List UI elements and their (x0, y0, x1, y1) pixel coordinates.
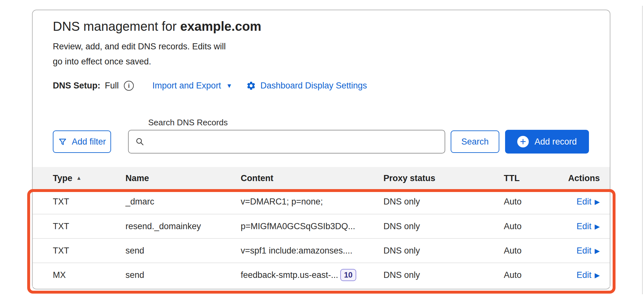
cell-actions: Edit ▶ (576, 221, 600, 231)
cell-ttl: Auto (504, 221, 565, 231)
cell-actions: Edit ▶ (576, 197, 600, 207)
table-header-row: Type ▲ Name Content Proxy status TTL Act… (33, 167, 610, 189)
dns-setup-label: DNS Setup: (53, 81, 101, 91)
cell-name: resend._domainkey (125, 221, 241, 231)
chevron-down-icon: ▼ (226, 83, 232, 89)
dns-records-table: Type ▲ Name Content Proxy status TTL Act… (33, 167, 610, 287)
cell-content: v=spf1 include:amazonses.... (241, 246, 383, 256)
subtitle-line-1: Review, add, and edit DNS records. Edits… (53, 39, 270, 54)
edit-link[interactable]: Edit ▶ (576, 270, 600, 280)
edit-arrow-icon: ▶ (595, 247, 600, 254)
edit-link[interactable]: Edit ▶ (576, 246, 600, 256)
column-header-ttl[interactable]: TTL (504, 173, 565, 183)
plus-icon: + (517, 136, 529, 147)
column-header-ttl-label: TTL (504, 173, 519, 183)
import-export-link[interactable]: Import and Export ▼ (152, 81, 232, 91)
column-header-content-label: Content (241, 173, 273, 183)
add-record-label: Add record (535, 137, 577, 147)
dashboard-display-settings-link[interactable]: Dashboard Display Settings (246, 81, 367, 91)
edit-link-label: Edit (576, 221, 592, 231)
dns-management-card: DNS management for example.com Review, a… (32, 10, 610, 289)
edit-link-label: Edit (576, 197, 592, 207)
content-text: p=MIGfMA0GCSqGSIb3DQ... (241, 221, 355, 231)
search-input-wrapper (128, 130, 445, 154)
column-header-name-label: Name (125, 173, 149, 183)
dns-setup-value: Full (105, 81, 119, 91)
add-filter-button[interactable]: Add filter (53, 130, 111, 153)
import-export-label: Import and Export (152, 81, 221, 91)
dns-setup-row: DNS Setup: Full i Import and Export ▼ Da… (53, 81, 590, 91)
cell-name: _dmarc (125, 197, 241, 207)
edit-arrow-icon: ▶ (595, 223, 600, 230)
cell-content: v=DMARC1; p=none; (241, 197, 383, 207)
cell-name: send (125, 246, 241, 256)
table-row: TXT send v=spf1 include:amazonses.... DN… (33, 238, 610, 262)
cell-ttl: Auto (504, 270, 565, 280)
page-title: DNS management for example.com (53, 19, 590, 34)
cell-actions: Edit ▶ (576, 270, 600, 280)
cell-type: TXT (53, 197, 125, 207)
edit-arrow-icon: ▶ (595, 272, 600, 279)
page-title-prefix: DNS management for (53, 19, 180, 33)
sort-ascending-icon: ▲ (76, 175, 82, 181)
content-text: v=spf1 include:amazonses.... (241, 246, 352, 256)
search-input[interactable] (149, 137, 438, 147)
column-header-type[interactable]: Type ▲ (53, 173, 125, 183)
edit-link[interactable]: Edit ▶ (576, 197, 600, 207)
column-header-content[interactable]: Content (241, 173, 383, 183)
cell-type: TXT (53, 221, 125, 231)
table-row: MX send feedback-smtp.us-east-... 10 DNS… (33, 262, 610, 287)
column-header-proxy-status[interactable]: Proxy status (383, 173, 504, 183)
page-title-domain: example.com (180, 19, 261, 33)
edit-link-label: Edit (576, 246, 592, 256)
edit-arrow-icon: ▶ (595, 198, 600, 205)
cell-ttl: Auto (504, 246, 565, 256)
table-body: TXT _dmarc v=DMARC1; p=none; DNS only Au… (33, 189, 610, 287)
cell-content: p=MIGfMA0GCSqGSIb3DQ... (241, 221, 383, 231)
search-button-label: Search (461, 137, 489, 147)
add-record-button[interactable]: + Add record (505, 130, 589, 154)
search-dns-records-label: Search DNS Records (148, 118, 610, 127)
column-header-actions-label: Actions (568, 173, 600, 183)
table-row: TXT _dmarc v=DMARC1; p=none; DNS only Au… (33, 189, 610, 214)
cell-proxy-status: DNS only (383, 246, 504, 256)
cell-name: send (125, 270, 241, 280)
search-icon (135, 137, 145, 146)
column-header-proxy-status-label: Proxy status (383, 173, 435, 183)
page-subtitle: Review, add, and edit DNS records. Edits… (53, 39, 270, 69)
table-row: TXT resend._domainkey p=MIGfMA0GCSqGSIb3… (33, 214, 610, 238)
cell-ttl: Auto (504, 197, 565, 207)
content-text: v=DMARC1; p=none; (241, 197, 323, 207)
cell-proxy-status: DNS only (383, 197, 504, 207)
edit-link-label: Edit (576, 270, 592, 280)
search-button[interactable]: Search (451, 130, 499, 153)
viewport-right-edge-line (642, 6, 643, 294)
column-header-type-label: Type (53, 173, 72, 183)
add-filter-label: Add filter (72, 137, 106, 147)
gear-icon (246, 81, 256, 91)
toolbar: Add filter Search + Add record (53, 130, 589, 154)
cell-actions: Edit ▶ (576, 246, 600, 256)
filter-funnel-icon (58, 137, 67, 146)
priority-badge: 10 (340, 269, 357, 281)
cell-proxy-status: DNS only (383, 221, 504, 231)
content-text: feedback-smtp.us-east-... (241, 270, 338, 280)
cell-content: feedback-smtp.us-east-... 10 (241, 269, 383, 281)
column-header-name[interactable]: Name (125, 173, 241, 183)
cell-type: TXT (53, 246, 125, 256)
info-icon[interactable]: i (124, 81, 134, 91)
cell-type: MX (53, 270, 125, 280)
cell-proxy-status: DNS only (383, 270, 504, 280)
dashboard-display-settings-label: Dashboard Display Settings (260, 81, 367, 91)
column-header-actions: Actions (568, 173, 600, 183)
edit-link[interactable]: Edit ▶ (576, 221, 600, 231)
subtitle-line-2: go into effect once saved. (53, 54, 270, 69)
